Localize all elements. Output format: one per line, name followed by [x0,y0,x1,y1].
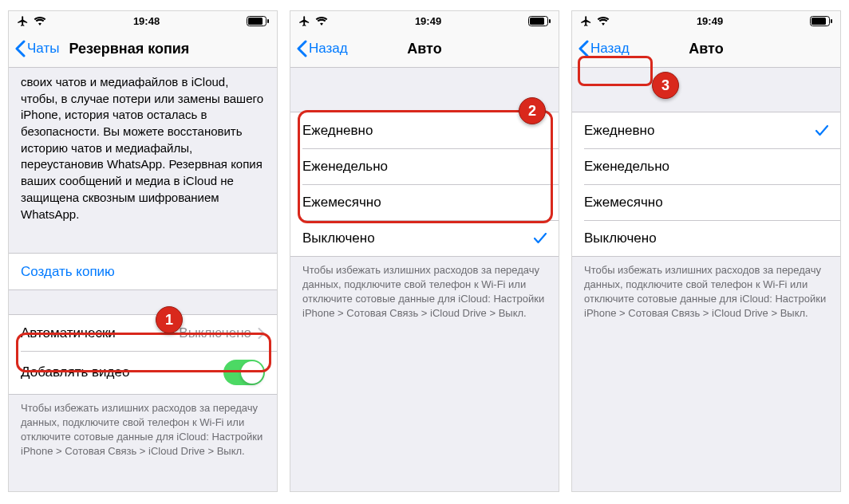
include-video-row: Добавлять видео [9,351,277,394]
status-bar: 19:49 [572,11,840,30]
option-daily[interactable]: Ежедневно [572,112,840,148]
airplane-mode-icon [17,15,29,27]
auto-backup-value: Выключено [179,325,251,341]
option-weekly[interactable]: Еженедельно [572,148,840,184]
footer-text: Чтобы избежать излишних расходов за пере… [572,257,840,332]
nav-back-label: Назад [590,41,630,57]
option-weekly[interactable]: Еженедельно [290,148,559,184]
status-time: 19:49 [415,15,441,27]
screen-auto-options-before: 19:49 Назад Авто Ежедневно Еженедельно Е… [290,10,559,492]
nav-back-button[interactable]: Назад [297,40,348,57]
create-backup-button[interactable]: Создать копию [9,254,277,289]
footer-text: Чтобы избежать излишних расходов за пере… [290,257,559,332]
checkmark-icon [534,233,547,244]
battery-icon [528,16,551,26]
step-badge-3: 3 [652,72,679,99]
battery-icon [247,16,269,26]
nav-back-label: Назад [309,41,348,57]
option-weekly-label: Еженедельно [584,159,669,175]
svg-rect-8 [831,19,832,23]
svg-rect-4 [530,18,544,25]
content: своих чатов и медиафайлов в iCloud, чтоб… [9,68,277,491]
option-daily-label: Ежедневно [584,123,654,139]
backup-description: своих чатов и медиафайлов в iCloud, чтоб… [9,68,277,229]
auto-backup-label: Автоматически [21,325,116,341]
include-video-toggle[interactable] [223,360,265,385]
chevron-left-icon [15,40,26,57]
nav-back-button[interactable]: Чаты [15,40,59,57]
status-bar: 19:48 [9,11,277,30]
wifi-icon [315,16,328,26]
wifi-icon [34,16,46,26]
nav-title: Авто [689,41,723,57]
nav-bar: Назад Авто [572,30,840,68]
nav-back-label: Чаты [27,41,59,57]
chevron-right-icon [251,328,265,339]
checkmark-icon [815,125,828,136]
option-monthly-label: Ежемесячно [302,195,381,211]
screen-auto-options-after: 19:49 Назад Авто Ежедневно Еженеде [571,10,841,492]
nav-title: Резервная копия [69,41,189,57]
option-monthly[interactable]: Ежемесячно [572,184,840,220]
airplane-mode-icon [298,15,310,27]
nav-bar: Назад Авто [290,30,559,68]
svg-rect-2 [267,19,269,23]
create-backup-label: Создать копию [21,264,115,280]
step-badge-2: 2 [519,97,546,124]
content: Ежедневно Еженедельно Ежемесячно Выключе… [290,68,559,491]
step-badge-1: 1 [156,306,183,333]
status-bar: 19:49 [290,11,559,30]
airplane-mode-icon [580,15,592,27]
nav-title: Авто [407,41,441,57]
option-off[interactable]: Выключено [572,220,840,256]
option-off[interactable]: Выключено [290,220,559,256]
content: Ежедневно Еженедельно Ежемесячно Выключе… [572,68,840,491]
status-time: 19:48 [133,15,160,27]
option-off-label: Выключено [584,230,657,246]
option-daily[interactable]: Ежедневно [290,112,559,148]
svg-rect-7 [811,18,826,25]
nav-bar: Чаты Резервная копия [9,30,277,68]
svg-rect-5 [549,19,551,23]
option-daily-label: Ежедневно [302,123,373,139]
option-off-label: Выключено [302,230,375,246]
footer-text: Чтобы избежать излишних расходов за пере… [9,395,277,470]
option-monthly-label: Ежемесячно [584,195,663,211]
option-monthly[interactable]: Ежемесячно [290,184,559,220]
chevron-left-icon [297,40,307,57]
auto-backup-row[interactable]: Автоматически Выключено [9,315,277,351]
nav-back-button[interactable]: Назад [579,40,630,57]
svg-rect-1 [248,18,263,25]
chevron-left-icon [579,40,589,57]
status-time: 19:49 [697,15,723,27]
option-weekly-label: Еженедельно [302,159,388,175]
battery-icon [810,16,832,26]
include-video-label: Добавлять видео [21,364,129,380]
wifi-icon [597,16,610,26]
screen-backup-settings: 19:48 Чаты Резервная копия своих чатов и… [8,10,278,492]
